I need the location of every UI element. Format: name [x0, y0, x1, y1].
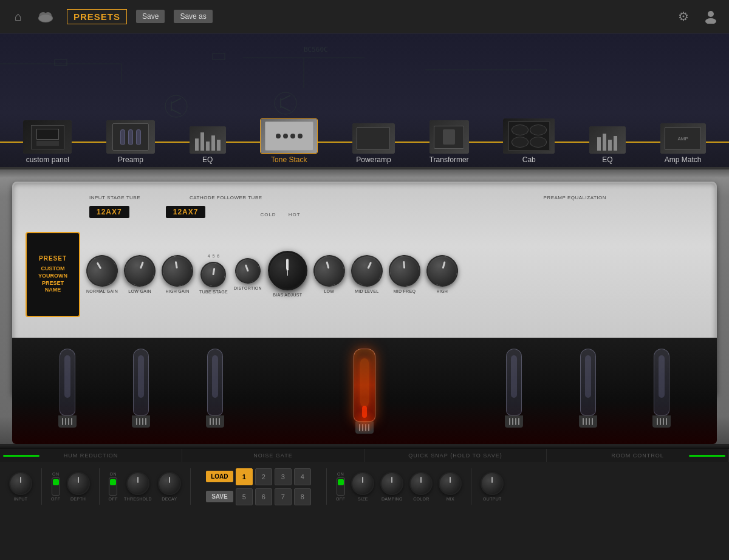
snap-row-top: LOAD 1 2 3 4: [206, 468, 311, 485]
snap-slot-2[interactable]: 2: [255, 468, 272, 485]
chain-item-amp-match[interactable]: AMP Amp Match: [660, 123, 706, 164]
mix-label: MIX: [447, 497, 454, 501]
chain-item-eq1[interactable]: EQ: [190, 126, 226, 164]
save-as-button[interactable]: Save as: [174, 10, 212, 23]
snap-slot-5[interactable]: 5: [236, 488, 253, 505]
divider-1: [41, 468, 42, 505]
tube-pin: [210, 418, 211, 425]
tube-base-5: [579, 415, 597, 428]
mix-knob-group: MIX: [439, 472, 462, 501]
snap-slot-8[interactable]: 8: [294, 488, 311, 505]
tube-3: [205, 349, 225, 434]
knob-tube-stage-label: TUBE STAGE: [199, 290, 228, 295]
tube-6: [652, 349, 671, 434]
svg-rect-12: [55, 60, 67, 66]
nav-left-group: ⌂ PRESETS Save Save as: [9, 7, 213, 26]
divider-3: [190, 468, 191, 505]
preset-label: PRESET: [39, 255, 67, 262]
knob-distortion-label: DISTORTION: [234, 286, 262, 291]
knob-low-label: LOW: [324, 289, 334, 294]
chain-item-poweramp[interactable]: Poweramp: [352, 123, 395, 164]
knob-bias-adjust[interactable]: ↑: [268, 251, 307, 290]
settings-icon[interactable]: ⚙: [674, 7, 693, 26]
hum-reduction-section: HUM REDUCTION: [0, 449, 182, 462]
decay-knob-group: DECAY: [158, 472, 181, 501]
bottom-controls: INPUT ON OFF DEPTH ON: [0, 462, 729, 511]
decay-knob[interactable]: [158, 472, 181, 495]
presets-label: PRESETS: [67, 9, 127, 24]
amp-panel: INPUT STAGE TUBE CATHODE FOLLOWER TUBE P…: [0, 167, 729, 446]
knob-mid-freq[interactable]: [388, 254, 422, 288]
chain-item-eq2[interactable]: EQ: [589, 126, 626, 164]
knob-normal-gain[interactable]: [81, 249, 124, 292]
user-icon[interactable]: [702, 7, 720, 26]
noise-toggle[interactable]: [109, 477, 117, 496]
knob-high-gain[interactable]: [159, 253, 196, 289]
knob-low-gain-group: LOW GAIN: [124, 255, 156, 294]
snap-slot-6[interactable]: 6: [255, 488, 272, 505]
snap-slot-3[interactable]: 3: [275, 468, 292, 485]
chain-item-preamp[interactable]: Preamp: [106, 120, 155, 164]
off-label-3: OFF: [336, 497, 346, 501]
tube-base-3: [206, 415, 224, 428]
home-icon[interactable]: ⌂: [9, 7, 27, 26]
room-toggle-dot: [338, 479, 344, 485]
quick-snap-label: QUICK SNAP (HOLD TO SAVE): [408, 452, 502, 459]
snap-slot-4[interactable]: 4: [294, 468, 311, 485]
svg-point-4: [708, 11, 714, 17]
svg-point-5: [705, 18, 716, 24]
knob-mid-level[interactable]: [346, 250, 388, 292]
tube-pin: [586, 418, 587, 425]
chain-item-tone-stack[interactable]: Tone Stack: [260, 118, 318, 164]
damping-knob[interactable]: [380, 472, 403, 495]
tube-base-6: [652, 415, 671, 428]
hum-toggle[interactable]: [52, 477, 60, 496]
on-label-2: ON: [110, 472, 117, 476]
snap-slot-1[interactable]: 1: [236, 468, 253, 485]
knob-high-gain-group: HIGH GAIN: [162, 255, 193, 294]
tube-glass-5: [580, 349, 596, 415]
knob-high-label: HIGH: [436, 289, 448, 294]
snap-save-button[interactable]: SAVE: [206, 491, 233, 502]
cloud-icon[interactable]: [36, 7, 55, 26]
knob-tube-stage[interactable]: [199, 260, 228, 290]
knob-mid-freq-label: MID FREQ: [394, 289, 416, 294]
output-knob[interactable]: [481, 472, 504, 495]
chain-item-custom-panel[interactable]: custom panel: [23, 120, 72, 164]
knob-distortion[interactable]: [231, 254, 264, 287]
color-knob[interactable]: [409, 472, 433, 495]
tube-base-1: [58, 415, 77, 428]
quick-snap-controls: LOAD 1 2 3 4 SAVE 5 6 7 8: [206, 468, 311, 505]
threshold-knob[interactable]: [126, 472, 149, 495]
room-toggle[interactable]: [337, 477, 345, 496]
room-toggle-wrap: ON OFF: [336, 472, 346, 501]
controls-row: PRESET CUSTOMYOUROWNPRESETNAME NORMAL GA…: [26, 226, 703, 323]
tube-glass-6: [654, 349, 669, 415]
snap-slot-7[interactable]: 7: [275, 488, 292, 505]
chain-item-cab[interactable]: Cab: [503, 118, 555, 164]
room-indicator: [689, 455, 725, 457]
tube-pin: [139, 418, 140, 425]
toggle-dot-on: [53, 479, 59, 485]
knob-high[interactable]: [423, 251, 462, 290]
tube-glass-2: [133, 349, 149, 415]
size-knob[interactable]: [351, 472, 374, 495]
save-button[interactable]: Save: [136, 10, 165, 23]
knob-distortion-group: DISTORTION: [234, 258, 262, 291]
divider-4: [326, 468, 327, 505]
input-tube-display: 12AX7: [89, 206, 129, 218]
cold-label: COLD: [260, 212, 276, 217]
preamp-eq-label: PREAMP EQUALIZATION: [544, 195, 606, 200]
depth-knob[interactable]: [67, 472, 90, 495]
tube-pin: [65, 418, 66, 425]
knob-low-gain[interactable]: [120, 250, 160, 291]
threshold-label: THRESHOLD: [124, 497, 152, 501]
knob-low[interactable]: [310, 251, 349, 290]
load-button[interactable]: LOAD: [206, 471, 233, 482]
mix-knob[interactable]: [439, 472, 462, 495]
color-knob-group: COLOR: [409, 472, 433, 501]
chain-item-transformer[interactable]: Transformer: [430, 120, 469, 164]
noise-controls: ON OFF: [109, 472, 118, 501]
input-knob[interactable]: [9, 472, 32, 495]
signal-chain: BC560C: [0, 33, 729, 167]
